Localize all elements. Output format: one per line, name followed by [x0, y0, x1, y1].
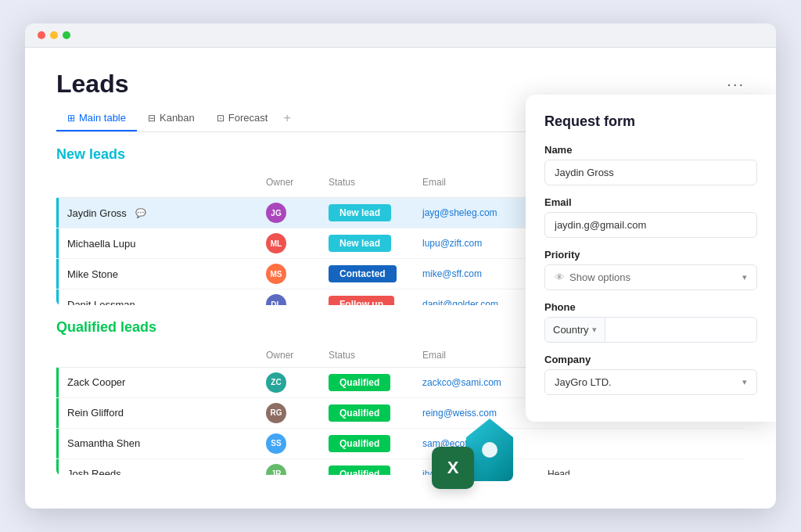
row-add: [698, 439, 717, 448]
col-owner-q: Owner: [260, 347, 322, 364]
show-options-label: Show options: [569, 271, 630, 283]
row-name: Danit Lessman: [67, 299, 135, 305]
country-label: Country: [553, 324, 589, 336]
cell-status: Contacted: [322, 261, 416, 287]
add-tab-button[interactable]: +: [278, 105, 295, 131]
cell-title: [541, 439, 620, 448]
chat-icon[interactable]: 💬: [133, 205, 149, 221]
tab-main-table-label: Main table: [79, 112, 126, 124]
country-chevron-icon: ▾: [592, 325, 597, 335]
eye-icon: 👁: [555, 271, 565, 283]
cell-owner: DL: [260, 289, 322, 305]
form-title: Request form: [544, 113, 757, 130]
name-label: Name: [544, 144, 757, 156]
tab-kanban[interactable]: ⊟ Kanban: [137, 106, 206, 131]
form-group-email: Email: [544, 196, 757, 238]
cell-status: Follow up: [322, 291, 416, 305]
priority-select[interactable]: 👁 Show options ▾: [544, 264, 757, 290]
tab-forecast[interactable]: ⊡ Forecast: [206, 106, 279, 131]
cell-owner: JR: [260, 459, 322, 475]
status-badge: Qualified: [329, 404, 390, 422]
close-dot[interactable]: [38, 31, 45, 39]
cell-name: Josh Reeds: [56, 463, 260, 475]
priority-label: Priority: [544, 249, 757, 261]
row-add: [698, 469, 717, 475]
cell-company: [620, 439, 698, 448]
forecast-icon: ⊡: [217, 113, 224, 124]
cell-status: New lead: [322, 200, 416, 226]
more-options-button[interactable]: ···: [727, 75, 745, 93]
owner-avatar: ZC: [266, 372, 286, 393]
chevron-down-icon: ▾: [742, 272, 747, 282]
table-row[interactable]: Samantha Shen SS Qualified sam@ecofield.…: [56, 429, 745, 459]
col-email-q: Email: [416, 347, 541, 364]
col-name: [56, 174, 260, 194]
cell-status: Qualified: [322, 400, 416, 426]
row-name: Rein Glifford: [67, 407, 124, 419]
company-select[interactable]: JayGro LTD. ▾: [544, 369, 757, 395]
app-content: Leads ··· ⊞ Main table ⊟ Kanban ⊡ Foreca…: [25, 48, 776, 505]
prism-icon: [466, 419, 521, 489]
email-input[interactable]: [544, 212, 757, 238]
cell-email: lupu@zift.com: [416, 233, 541, 253]
col-name-q: [56, 347, 260, 364]
form-group-phone: Phone Country ▾: [544, 301, 757, 343]
cell-status: New lead: [322, 230, 416, 257]
cell-owner: RG: [260, 398, 322, 428]
owner-avatar: JR: [266, 464, 286, 475]
company-label: Company: [544, 354, 757, 365]
cell-email: mike@sff.com: [416, 264, 541, 284]
company-value: JayGro LTD.: [555, 376, 612, 388]
phone-row: Country ▾: [544, 317, 757, 343]
tab-kanban-label: Kanban: [160, 112, 195, 124]
status-badge: Qualified: [329, 435, 390, 452]
cell-name: Rein Glifford: [56, 402, 260, 423]
cell-status: Qualified: [322, 430, 416, 457]
owner-avatar: RG: [266, 403, 286, 423]
col-status: Status: [322, 174, 416, 194]
cell-status: Qualified: [322, 369, 416, 396]
col-status-q: Status: [322, 347, 416, 364]
floating-icons: X: [432, 419, 521, 489]
company-chevron-icon: ▾: [742, 377, 747, 387]
priority-select-inner: 👁 Show options: [555, 271, 630, 283]
maximize-dot[interactable]: [63, 31, 70, 39]
cell-name: Zack Cooper: [56, 372, 260, 393]
phone-input[interactable]: [605, 318, 756, 342]
status-badge: New lead: [329, 235, 391, 252]
table-row[interactable]: Josh Reeds JR Qualified jh@drivespot.io …: [56, 459, 745, 475]
request-form-panel: Request form Name Email Priority 👁 Show …: [526, 95, 776, 422]
cell-name: Mike Stone: [56, 264, 260, 285]
status-badge: New lead: [329, 204, 391, 221]
minimize-dot[interactable]: [50, 31, 58, 39]
prism-dot: [482, 442, 497, 458]
browser-chrome: [25, 23, 776, 48]
owner-avatar: DL: [266, 294, 286, 305]
form-group-priority: Priority 👁 Show options ▾: [544, 249, 757, 290]
cell-company: [620, 469, 698, 475]
kanban-icon: ⊟: [148, 113, 156, 124]
cell-owner: MS: [260, 259, 322, 289]
country-selector[interactable]: Country ▾: [545, 318, 605, 342]
excel-icon: X: [432, 447, 474, 489]
status-badge: Contacted: [329, 265, 397, 282]
cell-email: zackco@sami.com: [416, 372, 541, 393]
tab-main-table[interactable]: ⊞ Main table: [56, 106, 137, 131]
status-badge: Follow up: [329, 296, 394, 305]
cell-name: Michaella Lupu: [56, 233, 260, 254]
row-name: Mike Stone: [67, 268, 118, 280]
row-name: Jaydin Gross: [67, 207, 127, 219]
tab-forecast-label: Forecast: [228, 112, 268, 124]
cell-owner: JG: [260, 198, 322, 228]
name-input[interactable]: [544, 160, 757, 185]
cell-owner: ML: [260, 228, 322, 258]
email-label: Email: [544, 196, 757, 208]
row-name: Michaella Lupu: [67, 238, 135, 250]
phone-label: Phone: [544, 301, 757, 313]
owner-avatar: SS: [266, 433, 286, 454]
cell-email: jayg@sheleg.com: [416, 203, 541, 223]
owner-avatar: MS: [266, 264, 286, 284]
row-name: Zack Cooper: [67, 376, 125, 388]
cell-name: Samantha Shen: [56, 433, 260, 454]
cell-email: danit@golder.com: [416, 294, 541, 305]
